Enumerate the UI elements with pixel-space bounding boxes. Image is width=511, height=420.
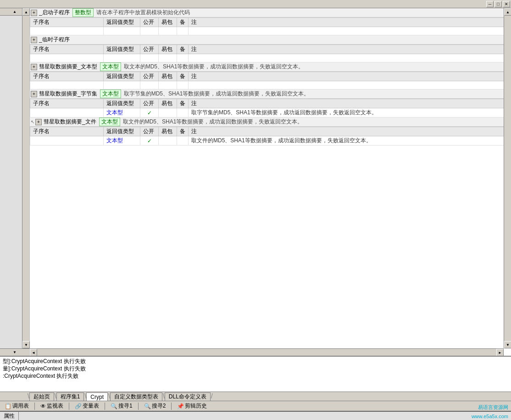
toolbar-sep-4 (138, 403, 139, 410)
cell-empty (159, 108, 177, 118)
toolbar-call-table[interactable]: 📋 调用表 (3, 402, 31, 410)
th-note-5: 备 (177, 127, 189, 136)
cell-empty (177, 27, 189, 35)
log-line-3: :CryptAcquireContext 执行失败 (3, 372, 508, 380)
code-area[interactable]: + _启动子程序 整数型 请在本子程序中放置易模块初始化代码 子序名 返回值类型… (30, 8, 511, 356)
h-scroll-left[interactable]: ◄ (30, 349, 37, 356)
toolbar-clip-history[interactable]: 📌 剪辑历史 (175, 402, 209, 410)
h-scroll-right[interactable]: ► (496, 349, 504, 356)
section-digest-text: + 彗星取数据摘要_文本型 文本型 取文本的MD5、SHA1等数据摘要，成功返回… (30, 62, 511, 90)
log-output: 型]:CryptAcquireContext 执行失败 量]:CryptAcqu… (0, 356, 511, 392)
clip-label: 剪辑历史 (185, 402, 207, 410)
main-scroll-down[interactable]: ▼ (504, 341, 511, 348)
toolbar: 📋 调用表 👁 监视表 🔗 变量表 🔍 搜寻1 (0, 401, 511, 411)
section-digest-bytes-header: + 彗星取数据摘要_字节集 文本型 取字节集的MD5、SHA1等数据摘要，成功返… (30, 90, 511, 99)
toolbar-search2[interactable]: 🔍 搜寻2 (142, 402, 168, 410)
section-digest-file: ↖ + 彗星取数据摘要_文件 文本型 取文件的MD5、SHA1等数据摘要，成功返… (30, 118, 511, 146)
close-button[interactable]: ✕ (503, 1, 510, 7)
digest-text-table: 子序名 返回值类型 公开 易包 备 注 (30, 72, 511, 90)
expand-digest-bytes-btn[interactable]: + (31, 91, 37, 97)
search1-label: 搜寻1 (118, 402, 133, 410)
digest-bytes-table: 子序名 返回值类型 公开 易包 备 注 (30, 99, 511, 118)
cell-empty (159, 54, 177, 62)
section-temp: + _临时子程序 子序名 返回值类型 公开 易包 备 (30, 35, 511, 62)
temp-table: 子序名 返回值类型 公开 易包 备 注 (30, 45, 511, 62)
startup-note: 请在本子程序中放置易模块初始化代码 (96, 9, 190, 17)
cell-empty (104, 54, 140, 62)
digest-text-type: 文本型 (100, 62, 121, 71)
tab-dll-cmds[interactable]: DLL命令定义表 (165, 392, 211, 401)
section-temp-header: + _临时子程序 (30, 35, 511, 45)
cell-check: ✓ (140, 108, 159, 118)
search2-label: 搜寻2 (152, 402, 166, 410)
window-chrome: ─ □ ✕ (0, 0, 511, 8)
maximize-button[interactable]: □ (494, 1, 502, 7)
th-comment-3: 注 (189, 72, 511, 81)
toolbar-sep-3 (105, 403, 105, 410)
log-line-2: 量]:CryptAcquireContext 执行失败 (3, 365, 508, 372)
minimize-button[interactable]: ─ (486, 1, 494, 7)
cell-empty (159, 81, 177, 90)
cell-empty (177, 108, 189, 118)
search1-icon: 🔍 (111, 403, 117, 409)
tab-strip: \ 起始页 \ 程序集1 \ Crypt \ 自定义数据类型表 \ DLL命令定… (0, 392, 511, 401)
table-row: 文本型 ✓ 取文件的MD5、SHA1等数据摘要，成功返回数据摘要，失败返回空文本… (30, 136, 511, 146)
cell-empty (30, 81, 104, 90)
main-scroll-up[interactable]: ▲ (504, 8, 511, 16)
startup-name: _启动子程序 (39, 9, 70, 17)
expand-digest-text-btn[interactable]: + (31, 64, 37, 70)
cell-empty (159, 27, 177, 35)
h-scroll-track[interactable] (37, 349, 496, 356)
clip-icon: 📌 (177, 403, 184, 409)
var-icon: 🔗 (75, 403, 82, 409)
table-row (30, 54, 511, 62)
th-comment-2: 注 (189, 45, 511, 54)
toolbar-monitor-table[interactable]: 👁 监视表 (39, 402, 65, 410)
th-rettype-5: 返回值类型 (104, 127, 140, 136)
cell-empty (30, 27, 104, 35)
scroll-up-btn[interactable]: ▲ (22, 8, 30, 16)
th-public-4: 公开 (140, 99, 159, 108)
panel-scroll-down[interactable]: ▼ (0, 348, 29, 356)
cell-type: 文本型 (104, 108, 140, 118)
toolbar-sep-1 (34, 403, 35, 410)
monitor-label: 监视表 (47, 402, 63, 410)
toolbar-search1[interactable]: 🔍 搜寻1 (109, 402, 134, 410)
section-digest-bytes: + 彗星取数据摘要_字节集 文本型 取字节集的MD5、SHA1等数据摘要，成功返… (30, 90, 511, 118)
tab-qishiye[interactable]: 起始页 (29, 392, 54, 401)
cell-check: ✓ (140, 136, 159, 146)
tab-crypt[interactable]: Crypt (86, 392, 108, 401)
th-note-2: 备 (177, 45, 189, 54)
table-row (30, 27, 511, 35)
tab-custom-types[interactable]: 自定义数据类型表 (110, 392, 162, 401)
log-line-1: 型]:CryptAcquireContext 执行失败 (3, 358, 508, 365)
temp-name: _临时子程序 (39, 36, 70, 44)
startup-table: 子序名 返回值类型 公开 易包 备 注 (30, 17, 511, 35)
digest-bytes-name: 彗星取数据摘要_字节集 (39, 90, 97, 98)
th-rettype-3: 返回值类型 (104, 72, 140, 81)
th-pkg-2: 易包 (159, 45, 177, 54)
cell-empty (140, 54, 159, 62)
call-table-label: 调用表 (12, 402, 29, 410)
cell-note: 取字节集的MD5、SHA1等数据摘要，成功返回数据摘要，失败返回空文本。 (189, 108, 511, 118)
digest-text-name: 彗星取数据摘要_文本型 (39, 63, 97, 71)
expand-digest-file-btn[interactable]: + (35, 119, 42, 125)
th-pkg-4: 易包 (159, 99, 177, 108)
expand-startup-btn[interactable]: + (31, 10, 37, 16)
left-v-scrollbar[interactable]: ▲ ▼ (22, 8, 29, 348)
toolbar-var-table[interactable]: 🔗 变量表 (73, 402, 101, 410)
main-scroll-track[interactable] (504, 16, 511, 341)
cell-note: 取文件的MD5、SHA1等数据摘要，成功返回数据摘要，失败返回空文本。 (189, 136, 511, 146)
expand-temp-btn[interactable]: + (31, 37, 37, 43)
cell-empty (177, 136, 189, 146)
cell-empty (30, 108, 104, 118)
scroll-down-btn[interactable]: ▼ (22, 341, 30, 348)
main-h-scrollbar[interactable]: ◄ ► (30, 348, 504, 356)
props-tab[interactable]: 属性 (0, 411, 19, 420)
cell-empty (177, 81, 189, 90)
main-v-scrollbar[interactable]: ▲ ▼ (504, 8, 511, 348)
scroll-track[interactable] (22, 16, 29, 341)
th-rettype-2: 返回值类型 (104, 45, 140, 54)
tab-chengxuji[interactable]: 程序集1 (56, 392, 84, 401)
search2-icon: 🔍 (144, 403, 151, 409)
